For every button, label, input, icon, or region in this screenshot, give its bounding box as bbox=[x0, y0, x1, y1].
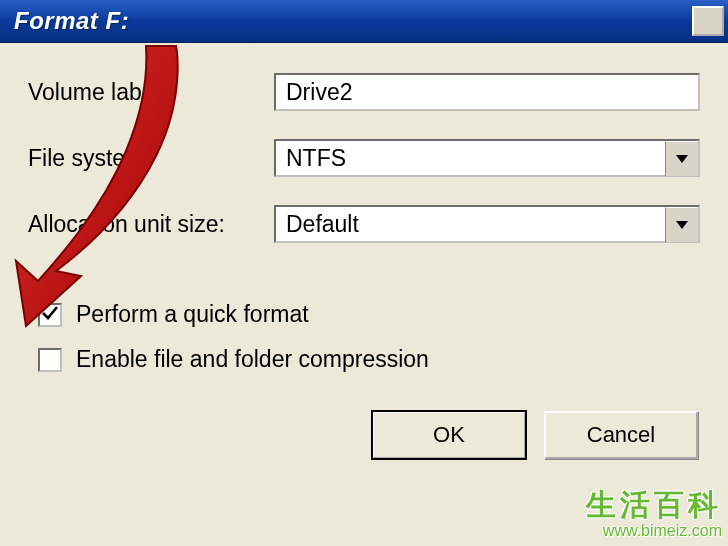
window-title: Format F: bbox=[14, 7, 129, 35]
allocation-dropdown[interactable]: Default bbox=[274, 205, 700, 243]
compression-label: Enable file and folder compression bbox=[76, 346, 429, 373]
file-system-dropdown[interactable]: NTFS bbox=[274, 139, 700, 177]
dialog-body: Volume label: Drive2 File system: NTFS A… bbox=[0, 43, 728, 459]
allocation-label: Allocation unit size: bbox=[28, 211, 274, 238]
ok-button-label: OK bbox=[433, 422, 465, 448]
svg-marker-1 bbox=[676, 221, 688, 229]
volume-label-row: Volume label: Drive2 bbox=[28, 73, 700, 111]
button-row: OK Cancel bbox=[28, 411, 700, 459]
file-system-row: File system: NTFS bbox=[28, 139, 700, 177]
chevron-down-icon bbox=[675, 150, 689, 168]
check-icon bbox=[41, 304, 59, 326]
file-system-value: NTFS bbox=[276, 145, 665, 172]
ok-button[interactable]: OK bbox=[372, 411, 526, 459]
quick-format-label: Perform a quick format bbox=[76, 301, 309, 328]
volume-label-input[interactable]: Drive2 bbox=[274, 73, 700, 111]
quick-format-checkbox[interactable] bbox=[38, 303, 62, 327]
title-bar: Format F: bbox=[0, 0, 728, 43]
chevron-down-icon bbox=[675, 216, 689, 234]
allocation-row: Allocation unit size: Default bbox=[28, 205, 700, 243]
watermark-url: www.bimeiz.com bbox=[586, 522, 722, 540]
file-system-label: File system: bbox=[28, 145, 274, 172]
close-button[interactable] bbox=[692, 6, 724, 36]
file-system-dropdown-button[interactable] bbox=[665, 141, 698, 176]
cancel-button[interactable]: Cancel bbox=[544, 411, 698, 459]
compression-row: Enable file and folder compression bbox=[28, 346, 700, 373]
watermark: 生活百科 www.bimeiz.com bbox=[586, 485, 722, 540]
allocation-dropdown-button[interactable] bbox=[665, 207, 698, 242]
allocation-value: Default bbox=[276, 211, 665, 238]
cancel-button-label: Cancel bbox=[587, 422, 655, 448]
volume-label-value: Drive2 bbox=[286, 79, 352, 106]
svg-marker-0 bbox=[676, 155, 688, 163]
compression-checkbox[interactable] bbox=[38, 348, 62, 372]
quick-format-row: Perform a quick format bbox=[28, 301, 700, 328]
watermark-text: 生活百科 bbox=[586, 485, 722, 526]
volume-label-label: Volume label: bbox=[28, 79, 274, 106]
